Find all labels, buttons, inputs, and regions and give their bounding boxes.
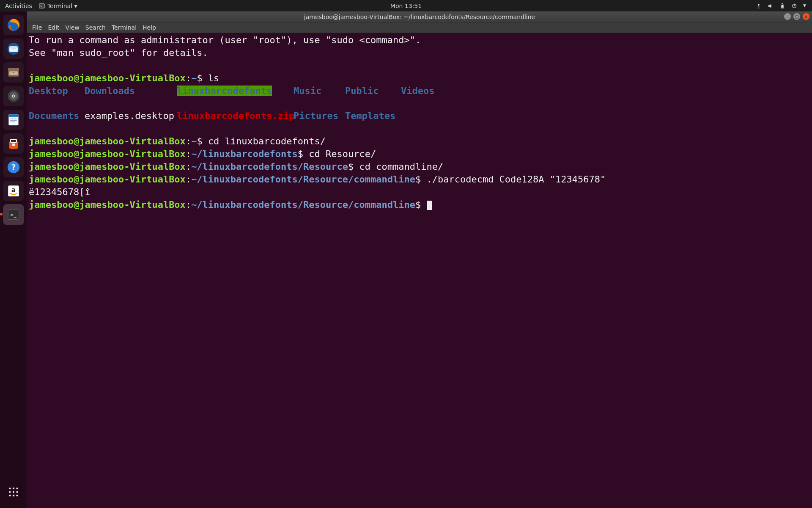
terminal-cursor <box>427 201 432 210</box>
ls-linuxbarcodefonts: linuxbarcodefonts <box>177 85 294 97</box>
svg-text:>_: >_ <box>10 212 16 218</box>
ls-desktop: Desktop <box>29 85 85 97</box>
svg-text:>_: >_ <box>40 4 44 8</box>
cmd-ls: ls <box>208 73 219 83</box>
prompt-user: jamesboo@jamesboo-VirtualBox <box>29 199 186 210</box>
svg-point-38 <box>16 494 18 496</box>
prompt-pwd: ~/linuxbarcodefonts/Resource/commandline <box>191 174 415 185</box>
terminal-menubar: File Edit View Search Terminal Help <box>27 22 812 33</box>
rhythmbox-icon <box>6 89 21 103</box>
svg-rect-3 <box>782 3 783 4</box>
clock[interactable]: Mon 13:51 <box>390 3 422 9</box>
dock-amazon[interactable]: a <box>3 181 24 201</box>
svg-rect-20 <box>10 120 17 121</box>
dock-thunderbird[interactable] <box>3 39 24 59</box>
svg-point-36 <box>9 494 11 496</box>
dock-rhythmbox[interactable] <box>3 86 24 106</box>
ls-row-2: Documentsexamples.desktoplinuxbarcodefon… <box>29 110 810 122</box>
svg-point-32 <box>16 487 18 489</box>
prompt-pwd: ~ <box>191 73 197 83</box>
svg-rect-18 <box>9 114 19 117</box>
menu-view[interactable]: View <box>66 24 80 31</box>
prompt-pwd: ~/linuxbarcodefonts/Resource <box>191 161 348 172</box>
svg-point-30 <box>9 487 11 489</box>
activities-button[interactable]: Activities <box>5 3 32 9</box>
window-maximize-button[interactable]: ▢ <box>793 13 800 20</box>
terminal-window: jamesboo@jamesboo-VirtualBox: ~/linuxbar… <box>27 11 812 508</box>
writer-icon <box>6 113 21 127</box>
help-icon: ? <box>6 160 21 174</box>
ls-downloads: Downloads <box>85 85 177 97</box>
window-close-button[interactable]: × <box>803 13 809 20</box>
system-status-area[interactable]: ▼ <box>756 3 812 9</box>
cmd-barcode: ./barcodecmd Code128A "12345678" <box>426 174 606 185</box>
svg-rect-19 <box>10 119 17 119</box>
ubuntu-dock: ? a >_ <box>0 11 27 508</box>
prompt-user: jamesboo@jamesboo-VirtualBox <box>29 174 186 185</box>
window-controls: – ▢ × <box>784 13 809 20</box>
svg-text:?: ? <box>11 163 16 171</box>
ls-pictures: Pictures <box>294 110 345 122</box>
terminal-body[interactable]: To run a command as administrator (user … <box>27 33 812 508</box>
svg-point-31 <box>13 487 14 489</box>
menu-edit[interactable]: Edit <box>48 24 59 31</box>
ls-videos: Videos <box>401 85 439 97</box>
firefox-icon <box>6 18 21 32</box>
show-applications-button[interactable] <box>3 482 24 502</box>
svg-point-16 <box>13 96 14 97</box>
terminal-icon: >_ <box>6 207 21 222</box>
svg-rect-12 <box>13 72 14 73</box>
gnome-top-panel: Activities >_ Terminal ▾ Mon 13:51 ▼ <box>0 0 812 11</box>
prompt-pwd: ~/linuxbarcodefonts <box>191 149 298 159</box>
terminal-title: jamesboo@jamesboo-VirtualBox: ~/linuxbar… <box>304 14 535 20</box>
active-app-menu[interactable]: >_ Terminal ▾ <box>39 3 77 9</box>
prompt-pwd-current: ~/linuxbarcodefonts/Resource/commandline <box>191 199 415 210</box>
prompt-user: jamesboo@jamesboo-VirtualBox <box>29 149 186 159</box>
power-icon <box>791 3 797 9</box>
files-icon <box>6 65 21 80</box>
dock-help[interactable]: ? <box>3 157 24 177</box>
cmd-cd-1: cd linuxbarcodefonts/ <box>208 136 326 146</box>
volume-icon <box>768 3 774 9</box>
chevron-down-icon: ▼ <box>803 4 806 8</box>
ls-public: Public <box>345 85 401 97</box>
svg-rect-23 <box>12 144 15 146</box>
terminal-titlebar[interactable]: jamesboo@jamesboo-VirtualBox: ~/linuxbar… <box>27 11 812 22</box>
barcode-output: ë12345678[î <box>29 187 91 197</box>
banner-line-2: See "man sudo_root" for details. <box>29 47 208 58</box>
cmd-cd-3: cd commandline/ <box>359 161 444 172</box>
svg-rect-6 <box>794 3 795 6</box>
ls-templates: Templates <box>345 110 401 122</box>
svg-point-35 <box>16 491 18 493</box>
dock-ubuntu-software[interactable] <box>3 133 24 154</box>
svg-text:a: a <box>11 186 16 194</box>
menu-file[interactable]: File <box>32 24 42 31</box>
prompt-user: jamesboo@jamesboo-VirtualBox <box>29 73 186 83</box>
dock-files[interactable] <box>3 62 24 83</box>
dock-firefox[interactable] <box>3 15 24 35</box>
active-app-label: Terminal ▾ <box>47 3 77 9</box>
prompt-user: jamesboo@jamesboo-VirtualBox <box>29 161 186 172</box>
ls-examples-desktop: examples.desktop <box>85 110 177 122</box>
svg-rect-21 <box>10 121 15 122</box>
svg-rect-11 <box>9 71 18 75</box>
svg-point-33 <box>9 491 11 493</box>
amazon-icon: a <box>6 184 21 198</box>
prompt-user: jamesboo@jamesboo-VirtualBox <box>29 136 186 146</box>
window-minimize-button[interactable]: – <box>784 13 791 20</box>
dock-terminal[interactable]: >_ <box>3 204 24 225</box>
network-icon <box>756 3 762 9</box>
menu-help[interactable]: Help <box>143 24 156 31</box>
svg-point-34 <box>13 491 14 493</box>
ls-row-1: DesktopDownloadslinuxbarcodefontsMusicPu… <box>29 85 810 97</box>
ls-music: Music <box>294 85 345 97</box>
menu-search[interactable]: Search <box>85 24 106 31</box>
svg-rect-4 <box>781 5 783 8</box>
dock-libreoffice-writer[interactable] <box>3 110 24 130</box>
menu-terminal[interactable]: Terminal <box>112 24 137 31</box>
banner-line-1: To run a command as administrator (user … <box>29 35 421 45</box>
prompt-pwd: ~ <box>191 136 197 146</box>
terminal-small-icon: >_ <box>39 3 45 9</box>
battery-icon <box>779 3 785 9</box>
apps-grid-icon <box>6 485 21 499</box>
